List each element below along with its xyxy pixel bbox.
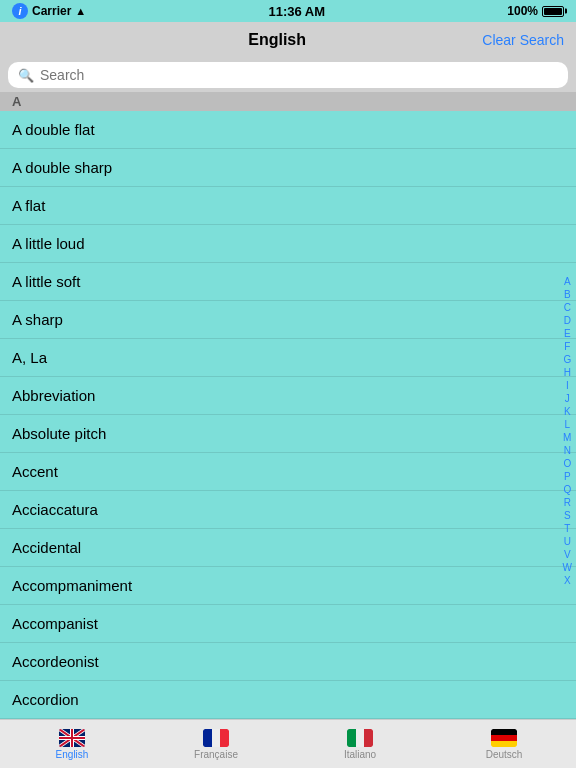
flag-fr bbox=[203, 729, 229, 747]
battery-icon bbox=[542, 6, 564, 17]
clear-search-button[interactable]: Clear Search bbox=[482, 32, 564, 48]
alpha-letter-r[interactable]: R bbox=[562, 496, 573, 508]
status-left: i Carrier ▲ bbox=[12, 3, 86, 19]
svg-rect-8 bbox=[59, 737, 85, 739]
alpha-letter-a[interactable]: A bbox=[562, 275, 573, 287]
carrier-label: Carrier bbox=[32, 4, 71, 18]
battery-percent: 100% bbox=[507, 4, 538, 18]
list-item[interactable]: A little soft bbox=[0, 263, 576, 301]
alpha-letter-u[interactable]: U bbox=[562, 535, 573, 547]
list-container[interactable]: A double flatA double sharpA flatA littl… bbox=[0, 111, 576, 750]
flag-uk bbox=[59, 729, 85, 747]
alpha-letter-q[interactable]: Q bbox=[561, 483, 573, 495]
status-bar: i Carrier ▲ 11:36 AM 100% bbox=[0, 0, 576, 22]
tab-italiano[interactable]: Italiano bbox=[288, 725, 432, 764]
list-item[interactable]: A little loud bbox=[0, 225, 576, 263]
list-item[interactable]: Accidental bbox=[0, 529, 576, 567]
list-item[interactable]: A double sharp bbox=[0, 149, 576, 187]
alpha-letter-k[interactable]: K bbox=[562, 405, 573, 417]
list-item[interactable]: Accordion bbox=[0, 681, 576, 719]
search-input[interactable] bbox=[40, 67, 558, 83]
alpha-letter-f[interactable]: F bbox=[562, 340, 572, 352]
alpha-letter-s[interactable]: S bbox=[562, 509, 573, 521]
alpha-letter-x[interactable]: X bbox=[562, 574, 573, 586]
alpha-letter-i[interactable]: I bbox=[564, 379, 571, 391]
tab-deutsch[interactable]: Deutsch bbox=[432, 725, 576, 764]
list-item[interactable]: Accordeonist bbox=[0, 643, 576, 681]
list-item[interactable]: A flat bbox=[0, 187, 576, 225]
list-item[interactable]: Acciaccatura bbox=[0, 491, 576, 529]
alpha-letter-j[interactable]: J bbox=[563, 392, 572, 404]
tab-francaise[interactable]: Française bbox=[144, 725, 288, 764]
list-scroll-area: A double flatA double sharpA flatA littl… bbox=[0, 111, 576, 750]
alpha-letter-v[interactable]: V bbox=[562, 548, 573, 560]
list-item[interactable]: A double flat bbox=[0, 111, 576, 149]
alpha-letter-g[interactable]: G bbox=[561, 353, 573, 365]
tab-francaise-label: Française bbox=[194, 749, 238, 760]
tab-deutsch-label: Deutsch bbox=[486, 749, 523, 760]
list-item[interactable]: Accompanist bbox=[0, 605, 576, 643]
wifi-icon: ▲ bbox=[75, 5, 86, 17]
list-item[interactable]: Absolute pitch bbox=[0, 415, 576, 453]
alpha-letter-p[interactable]: P bbox=[562, 470, 573, 482]
list-item[interactable]: Abbreviation bbox=[0, 377, 576, 415]
tab-bar: English Française Italiano bbox=[0, 719, 576, 768]
search-container: 🔍 bbox=[0, 58, 576, 92]
flag-it bbox=[347, 729, 373, 747]
alpha-letter-d[interactable]: D bbox=[562, 314, 573, 326]
alpha-letter-e[interactable]: E bbox=[562, 327, 573, 339]
alpha-letter-t[interactable]: T bbox=[562, 522, 572, 534]
tab-english-label: English bbox=[56, 749, 89, 760]
alpha-letter-m[interactable]: M bbox=[561, 431, 573, 443]
search-icon: 🔍 bbox=[18, 68, 34, 83]
list-item[interactable]: A sharp bbox=[0, 301, 576, 339]
alpha-letter-n[interactable]: N bbox=[562, 444, 573, 456]
alpha-index[interactable]: ABCDEFGHIJKLMNOPQRSTUVWX bbox=[561, 275, 574, 586]
tab-italiano-label: Italiano bbox=[344, 749, 376, 760]
status-right: 100% bbox=[507, 4, 564, 18]
info-icon[interactable]: i bbox=[12, 3, 28, 19]
list-item[interactable]: Accompmaniment bbox=[0, 567, 576, 605]
alpha-letter-o[interactable]: O bbox=[561, 457, 573, 469]
nav-bar: English Clear Search bbox=[0, 22, 576, 58]
status-time: 11:36 AM bbox=[268, 4, 325, 19]
flag-de bbox=[491, 729, 517, 747]
page-title: English bbox=[248, 31, 306, 49]
alpha-letter-l[interactable]: L bbox=[562, 418, 572, 430]
section-header-a: A bbox=[0, 92, 576, 111]
alpha-letter-w[interactable]: W bbox=[561, 561, 574, 573]
alpha-letter-c[interactable]: C bbox=[562, 301, 573, 313]
alpha-letter-h[interactable]: H bbox=[562, 366, 573, 378]
alpha-letter-b[interactable]: B bbox=[562, 288, 573, 300]
tab-english[interactable]: English bbox=[0, 725, 144, 764]
list-item[interactable]: Accent bbox=[0, 453, 576, 491]
list-item[interactable]: A, La bbox=[0, 339, 576, 377]
search-bar: 🔍 bbox=[8, 62, 568, 88]
